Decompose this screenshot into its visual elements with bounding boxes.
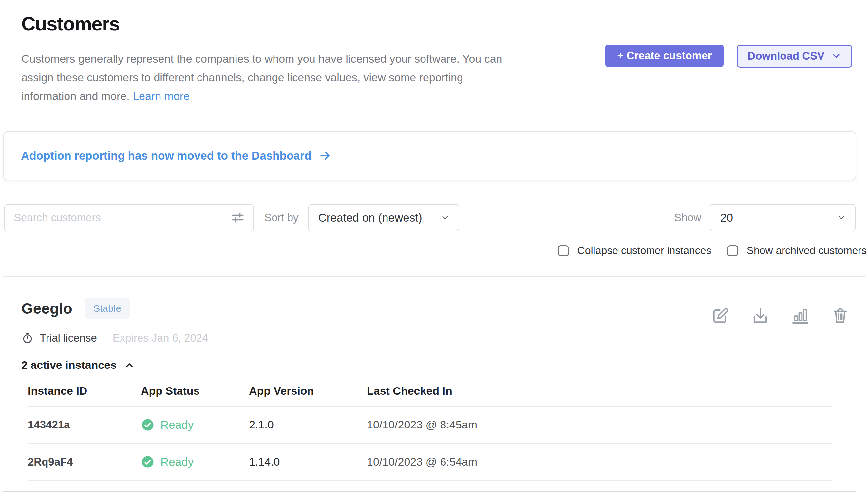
bottom-divider — [3, 491, 856, 493]
checkbox-row: Collapse customer instances Show archive… — [0, 244, 868, 257]
bar-chart-icon[interactable] — [791, 306, 810, 325]
page-description: Customers generally represent the compan… — [21, 49, 506, 105]
chevron-down-icon — [831, 51, 841, 61]
search-input[interactable] — [14, 211, 230, 224]
header-app-version: App Version — [249, 385, 367, 397]
status-text: Ready — [161, 418, 194, 431]
status-text: Ready — [161, 455, 194, 468]
customer-card: Geeglo Stable Trial license Expires Jan … — [0, 278, 868, 481]
filter-controls: Sort by Created on (newest) Show 20 — [4, 204, 856, 231]
chevron-up-icon — [124, 360, 135, 371]
license-row: Trial license Expires Jan 6, 2024 — [21, 332, 852, 344]
adoption-banner-text: Adoption reporting has now moved to the … — [21, 149, 311, 162]
check-circle-icon — [141, 455, 155, 469]
show-archived-checkbox[interactable] — [727, 245, 738, 256]
search-box — [4, 204, 254, 231]
instance-id-cell: 2Rq9aF4 — [28, 456, 141, 468]
learn-more-link[interactable]: Learn more — [133, 90, 190, 102]
adoption-banner: Adoption reporting has now moved to the … — [3, 131, 856, 180]
adoption-banner-link[interactable]: Adoption reporting has now moved to the … — [21, 149, 331, 162]
instances-toggle[interactable]: 2 active instances — [21, 359, 135, 371]
app-version-cell: 1.14.0 — [249, 455, 367, 468]
last-checked-cell: 10/10/2023 @ 8:45am — [367, 418, 832, 431]
create-customer-button[interactable]: + Create customer — [605, 45, 723, 67]
header-app-status: App Status — [141, 385, 249, 397]
show-archived-label: Show archived customers — [747, 244, 867, 257]
sort-select[interactable]: Created on (newest) — [308, 204, 459, 231]
header-instance-id: Instance ID — [28, 385, 141, 397]
header-last-checked-in: Last Checked In — [367, 385, 832, 397]
customer-name: Geeglo — [21, 300, 72, 317]
chevron-down-icon — [440, 213, 450, 223]
show-select-value: 20 — [720, 211, 733, 224]
download-csv-button[interactable]: Download CSV — [737, 45, 852, 68]
app-version-cell: 2.1.0 — [249, 418, 367, 431]
filter-sliders-icon[interactable] — [230, 210, 245, 225]
table-header-row: Instance ID App Status App Version Last … — [28, 385, 832, 407]
stopwatch-icon — [21, 332, 34, 344]
table-row: 2Rq9aF4 Ready 1.14.0 10/10/2023 @ 6:54am — [28, 443, 832, 481]
download-icon[interactable] — [751, 306, 770, 325]
collapse-instances-checkbox[interactable] — [558, 245, 569, 256]
page-description-text: Customers generally represent the compan… — [21, 53, 502, 102]
show-archived-checkbox-item[interactable]: Show archived customers — [727, 244, 867, 257]
page-header: Customers Customers generally represent … — [0, 0, 868, 105]
collapse-instances-label: Collapse customer instances — [577, 244, 711, 257]
edit-icon[interactable] — [711, 306, 730, 325]
check-circle-icon — [141, 418, 155, 432]
collapse-instances-checkbox-item[interactable]: Collapse customer instances — [558, 244, 711, 257]
app-status-cell: Ready — [141, 418, 249, 432]
download-csv-label: Download CSV — [748, 50, 824, 62]
chevron-down-icon — [837, 213, 847, 223]
sort-select-value: Created on (newest) — [318, 211, 422, 224]
license-expiry: Expires Jan 6, 2024 — [113, 332, 208, 344]
instance-id-cell: 143421a — [28, 418, 141, 431]
show-label: Show — [674, 211, 701, 224]
table-row: 143421a Ready 2.1.0 10/10/2023 @ 8:45am — [28, 407, 832, 443]
trash-icon[interactable] — [831, 306, 850, 325]
app-status-cell: Ready — [141, 455, 249, 469]
channel-badge: Stable — [85, 298, 130, 319]
instances-table: Instance ID App Status App Version Last … — [28, 385, 832, 481]
customer-actions — [711, 306, 850, 325]
instances-toggle-label: 2 active instances — [21, 359, 117, 371]
license-type: Trial license — [40, 332, 97, 344]
show-select[interactable]: 20 — [710, 204, 856, 231]
arrow-right-icon — [319, 150, 331, 162]
page-title: Customers — [21, 12, 506, 35]
last-checked-cell: 10/10/2023 @ 6:54am — [367, 455, 832, 468]
sort-by-label: Sort by — [264, 211, 299, 224]
